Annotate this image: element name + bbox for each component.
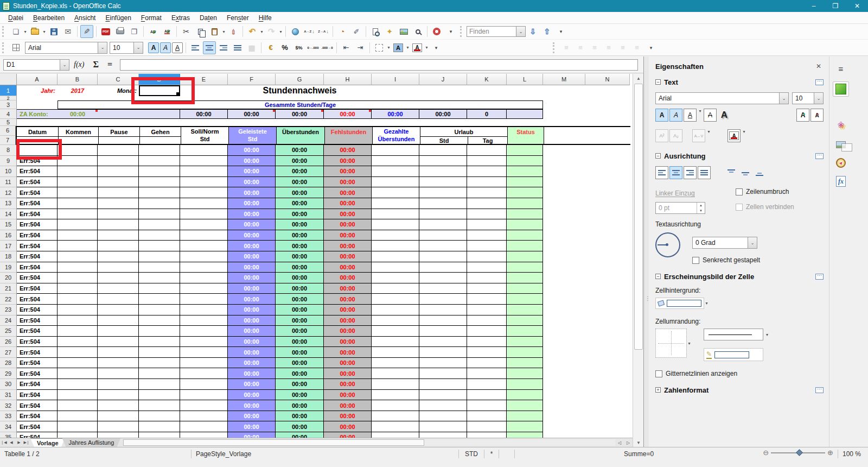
cell[interactable]: 00:00 bbox=[276, 305, 324, 315]
name-box[interactable]: D1 ⌄ bbox=[3, 59, 69, 71]
header-urlaub-std[interactable]: Std bbox=[420, 137, 468, 144]
cell[interactable] bbox=[419, 390, 467, 401]
zoom-button[interactable] bbox=[411, 25, 424, 38]
open-dropdown[interactable]: ▾ bbox=[42, 29, 47, 34]
stacked-checkbox-row[interactable]: Senkrecht gestapelt bbox=[692, 256, 760, 264]
cell[interactable] bbox=[419, 156, 467, 167]
dialog-launcher-icon[interactable] bbox=[815, 387, 824, 393]
row-header[interactable]: 18 bbox=[0, 251, 17, 262]
cell[interactable] bbox=[139, 230, 180, 241]
cell[interactable]: 00:00 bbox=[276, 145, 324, 156]
new-document-dropdown[interactable]: ▾ bbox=[23, 29, 28, 34]
cell[interactable] bbox=[419, 251, 467, 262]
delete-decimal-button[interactable] bbox=[321, 41, 334, 54]
border-line-style[interactable] bbox=[704, 329, 763, 340]
cell[interactable] bbox=[58, 187, 98, 198]
cell[interactable]: 00:00 bbox=[228, 421, 276, 432]
cell[interactable] bbox=[419, 294, 467, 305]
row-header[interactable]: 13 bbox=[0, 198, 17, 209]
sidebar-grid-button[interactable] bbox=[9, 41, 22, 54]
cell[interactable] bbox=[507, 241, 543, 251]
cell[interactable]: 00:00 bbox=[228, 315, 276, 326]
cell[interactable] bbox=[98, 326, 139, 337]
cell[interactable] bbox=[139, 251, 180, 262]
font-color-dropdown[interactable]: ▾ bbox=[424, 45, 429, 50]
cell[interactable] bbox=[58, 368, 98, 379]
cell[interactable] bbox=[98, 156, 139, 167]
cell-c4-d4[interactable] bbox=[98, 109, 180, 119]
cell[interactable] bbox=[180, 294, 228, 305]
cell[interactable] bbox=[467, 421, 507, 432]
zoom-slider[interactable] bbox=[771, 452, 825, 453]
cell[interactable] bbox=[467, 358, 507, 369]
cell[interactable] bbox=[467, 368, 507, 379]
cell[interactable]: 00:00 bbox=[324, 241, 372, 251]
cell[interactable]: 00:00 bbox=[228, 379, 276, 390]
last-sheet-button[interactable]: ▶❘ bbox=[23, 438, 30, 447]
cell[interactable] bbox=[98, 411, 139, 422]
cell[interactable]: 00:00 bbox=[324, 368, 372, 379]
menu-datei[interactable]: Datei bbox=[3, 13, 28, 23]
undo-dropdown[interactable]: ▾ bbox=[259, 29, 264, 34]
empty-area[interactable] bbox=[543, 379, 633, 390]
cell[interactable]: 00:00 bbox=[228, 368, 276, 379]
cell[interactable]: Err:504 bbox=[17, 209, 58, 220]
collapse-icon[interactable]: − bbox=[655, 79, 661, 85]
empty-area[interactable] bbox=[543, 421, 633, 432]
cell[interactable]: 00:00 bbox=[276, 294, 324, 305]
cell[interactable] bbox=[98, 283, 139, 294]
cell[interactable] bbox=[467, 411, 507, 422]
cell[interactable] bbox=[419, 187, 467, 198]
cell[interactable]: Err:504 bbox=[17, 379, 58, 390]
cell[interactable] bbox=[58, 294, 98, 305]
cell[interactable]: 00:00 bbox=[276, 400, 324, 411]
formula-button[interactable]: = bbox=[103, 60, 117, 70]
row-header[interactable]: 26 bbox=[0, 337, 17, 348]
scroll-right-icon[interactable]: ▷ bbox=[624, 438, 633, 447]
cell[interactable] bbox=[467, 326, 507, 337]
gridlines-checkbox[interactable] bbox=[655, 370, 662, 377]
empty-area[interactable] bbox=[543, 315, 633, 326]
row-header[interactable]: 29 bbox=[0, 368, 17, 379]
cell[interactable]: 00:00 bbox=[228, 411, 276, 422]
degrees-combo[interactable]: 0 Grad ⌄ bbox=[692, 237, 757, 249]
cell[interactable] bbox=[139, 400, 180, 411]
italic-button[interactable] bbox=[160, 42, 171, 53]
cell[interactable]: Err:504 bbox=[17, 326, 58, 337]
shadow-button[interactable] bbox=[718, 109, 731, 122]
font-size-combo[interactable]: 10 ⌄ bbox=[110, 42, 143, 54]
cell-a4[interactable]: ZA Konto: bbox=[17, 109, 58, 119]
cell[interactable]: 00:00 bbox=[276, 198, 324, 209]
spin-up-icon[interactable]: ▲ bbox=[697, 203, 705, 208]
expand-icon[interactable]: + bbox=[655, 387, 661, 393]
cell[interactable] bbox=[98, 251, 139, 262]
cell[interactable] bbox=[98, 400, 139, 411]
border-preview[interactable] bbox=[655, 329, 687, 358]
cell[interactable]: 00:00 bbox=[228, 305, 276, 315]
cell[interactable]: Err:504 bbox=[17, 251, 58, 262]
cell[interactable] bbox=[419, 411, 467, 422]
cell[interactable] bbox=[58, 347, 98, 358]
cell[interactable] bbox=[507, 432, 543, 438]
border-preset-dropdown[interactable]: ▾ bbox=[687, 341, 692, 346]
spin-down-icon[interactable]: ▼ bbox=[697, 208, 705, 213]
cell[interactable] bbox=[98, 347, 139, 358]
row-header[interactable]: 17 bbox=[0, 241, 17, 251]
cell[interactable] bbox=[180, 283, 228, 294]
borders-button[interactable] bbox=[373, 41, 386, 54]
cell[interactable] bbox=[372, 251, 419, 262]
cell[interactable] bbox=[98, 273, 139, 283]
tab-vorlage[interactable]: Vorlage bbox=[30, 438, 65, 447]
menu-fenster[interactable]: Fenster bbox=[222, 13, 254, 23]
empty-area[interactable] bbox=[543, 400, 633, 411]
auto-spellcheck-button[interactable] bbox=[161, 25, 174, 38]
cell[interactable] bbox=[58, 390, 98, 401]
cell[interactable] bbox=[139, 379, 180, 390]
cell[interactable] bbox=[419, 305, 467, 315]
cell[interactable]: 00:00 bbox=[276, 432, 324, 438]
sidebar-menu-button[interactable] bbox=[833, 61, 849, 76]
cell[interactable]: 00:00 bbox=[228, 347, 276, 358]
cell[interactable] bbox=[372, 166, 419, 177]
cell[interactable]: Err:504 bbox=[17, 187, 58, 198]
cell[interactable]: Err:504 bbox=[17, 315, 58, 326]
